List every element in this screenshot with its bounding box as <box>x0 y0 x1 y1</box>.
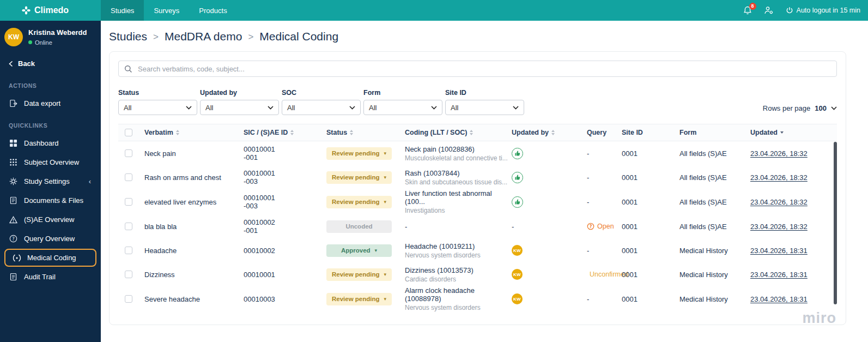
sidebar-item-sae-overview[interactable]: (S)AE Overview <box>0 210 101 229</box>
verbatim-cell: Rash on arms and chest <box>144 173 244 182</box>
auto-coded-icon <box>512 172 523 183</box>
admin-user-icon[interactable] <box>764 6 774 15</box>
scrollbar-thumb[interactable] <box>834 142 837 304</box>
table-row: Severe headache 00010003 Review pending▾… <box>118 286 837 311</box>
sidebar-item-dashboard[interactable]: Dashboard <box>0 134 101 153</box>
row-checkbox[interactable] <box>125 198 132 206</box>
verbatim-cell: Headache <box>144 247 244 255</box>
sidebar-item-documents-files[interactable]: Documents & Files <box>0 191 101 210</box>
breadcrumb-study-name[interactable]: MedDRA demo <box>165 30 242 43</box>
sidebar-item-label: Query Overview <box>24 235 75 243</box>
row-checkbox[interactable] <box>125 247 132 254</box>
updated-by-avatar: KW <box>512 245 523 256</box>
sort-desc-icon <box>780 131 784 134</box>
verbatim-cell: Severe headache <box>144 295 244 303</box>
filter-form-select[interactable]: All <box>363 100 442 115</box>
updated-date-link[interactable]: 23.04.2026, 18:32 <box>750 198 808 206</box>
topbar: Climedo Studies Surveys Products 8 Auto … <box>0 0 868 21</box>
verbatim-cell: bla bla bla <box>144 223 244 231</box>
medical-coding-icon <box>12 254 21 262</box>
status-badge[interactable]: Review pending▾ <box>326 171 392 184</box>
miro-watermark: miro <box>802 310 836 327</box>
col-sae-id[interactable]: SIC / (S)AE ID <box>244 129 326 136</box>
auto-coded-icon <box>512 196 523 208</box>
sidebar-item-subject-overview[interactable]: Subject Overview <box>0 153 101 172</box>
sidebar-item-audit-trail[interactable]: Audit Trail <box>0 267 101 286</box>
coding-cell: Liver function test abnormal (100...Inve… <box>405 189 512 214</box>
filter-updatedby-select[interactable]: All <box>200 100 279 115</box>
row-checkbox[interactable] <box>125 173 132 181</box>
status-badge: Uncoded <box>326 220 392 233</box>
query-open[interactable]: ?Open <box>587 223 622 230</box>
filter-updatedby-label: Updated by <box>200 89 279 97</box>
status-badge[interactable]: Review pending▾ <box>326 268 392 281</box>
form-cell: Medical History <box>679 247 750 255</box>
auto-logout-timer: Auto logout in 15 min <box>786 7 860 14</box>
sidebar-item-query-overview[interactable]: ? Query Overview <box>0 229 101 248</box>
updated-date-link[interactable]: 23.04.2026, 18:31 <box>750 271 808 279</box>
rows-per-page[interactable]: Rows per page 100 <box>763 104 837 115</box>
online-status-label: Online <box>35 39 52 46</box>
status-badge[interactable]: Approved▾ <box>326 244 392 257</box>
subjects-grid-icon <box>9 158 18 166</box>
updated-by-avatar: KW <box>512 269 523 280</box>
form-cell: All fields (S)AE <box>679 198 750 206</box>
search-input[interactable] <box>138 65 831 73</box>
user-name: Kristina Weberdd <box>28 28 87 37</box>
table-row: bla bla bla 00010002-001 Uncoded - - ?Op… <box>118 214 837 238</box>
notifications-bell-icon[interactable]: 8 <box>743 6 752 15</box>
chevron-down-icon: ▾ <box>384 151 387 156</box>
updated-date-link[interactable]: 23.04.2026, 18:32 <box>750 173 808 182</box>
climedo-logo[interactable]: Climedo <box>0 0 101 21</box>
col-status[interactable]: Status <box>326 129 405 136</box>
status-badge[interactable]: Review pending▾ <box>326 196 392 208</box>
query-unconfirmed[interactable]: !Unconfirmed <box>587 271 622 278</box>
nav-surveys[interactable]: Surveys <box>144 0 189 21</box>
col-query[interactable]: Query <box>587 129 622 136</box>
select-all-checkbox[interactable] <box>125 129 132 136</box>
col-form[interactable]: Form <box>679 129 750 136</box>
row-checkbox[interactable] <box>125 149 132 157</box>
updated-date-link[interactable]: 23.04.2026, 18:31 <box>750 295 808 303</box>
row-checkbox[interactable] <box>125 295 132 303</box>
col-updated-by[interactable]: Updated by <box>512 129 587 136</box>
sidebar-item-medical-coding[interactable]: Medical Coding <box>4 249 96 267</box>
updated-date-link[interactable]: 23.04.2026, 18:31 <box>750 247 808 255</box>
coding-cell: Alarm clock headache (10088978)Nervous s… <box>405 286 512 311</box>
col-coding[interactable]: Coding (LLT / SOC) <box>405 129 512 136</box>
coding-cell: Headache (10019211)Nervous system disord… <box>405 242 512 259</box>
nav-studies[interactable]: Studies <box>101 0 144 21</box>
query-cell: - <box>587 149 622 158</box>
updated-by-avatar: KW <box>512 293 523 304</box>
col-verbatim[interactable]: Verbatim <box>144 129 244 136</box>
status-badge[interactable]: Review pending▾ <box>326 147 392 160</box>
sidebar-item-label: Subject Overview <box>24 158 79 166</box>
chevron-left-icon[interactable]: ‹ <box>89 177 96 185</box>
search-icon <box>124 65 132 73</box>
filter-soc-select[interactable]: All <box>282 100 361 115</box>
sidebar-item-study-settings[interactable]: Study Settings ‹ <box>0 172 101 191</box>
filter-siteid-select[interactable]: All <box>445 100 524 115</box>
updated-date-link[interactable]: 23.04.2026, 18:32 <box>750 149 808 158</box>
query-cell: - <box>587 173 622 182</box>
coding-cell: Neck pain (10028836)Musculoskeletal and … <box>405 145 512 162</box>
search-bar <box>118 61 837 77</box>
chevron-down-icon: ▾ <box>384 297 387 302</box>
row-checkbox[interactable] <box>125 271 132 278</box>
status-badge[interactable]: Review pending▾ <box>326 293 392 305</box>
site-id-cell: 0001 <box>622 149 679 158</box>
breadcrumb-studies[interactable]: Studies <box>109 30 147 43</box>
row-checkbox[interactable] <box>125 223 132 230</box>
filter-status-select[interactable]: All <box>118 100 197 115</box>
sae-id-cell: 00010002-001 <box>244 218 326 235</box>
back-button[interactable]: Back <box>0 53 101 73</box>
col-site-id[interactable]: Site ID <box>622 129 679 136</box>
nav-products[interactable]: Products <box>189 0 236 21</box>
avatar: KW <box>4 28 23 46</box>
sidebar: KW Kristina Weberdd Online Back ACTIONS … <box>0 21 101 342</box>
col-updated[interactable]: Updated <box>750 129 837 136</box>
updated-date-link[interactable]: 23.04.2026, 18:32 <box>750 223 808 231</box>
coding-cell: Dizziness (10013573)Cardiac disorders <box>405 266 512 283</box>
sidebar-item-data-export[interactable]: Data export <box>0 94 101 113</box>
filter-status-label: Status <box>118 89 197 97</box>
